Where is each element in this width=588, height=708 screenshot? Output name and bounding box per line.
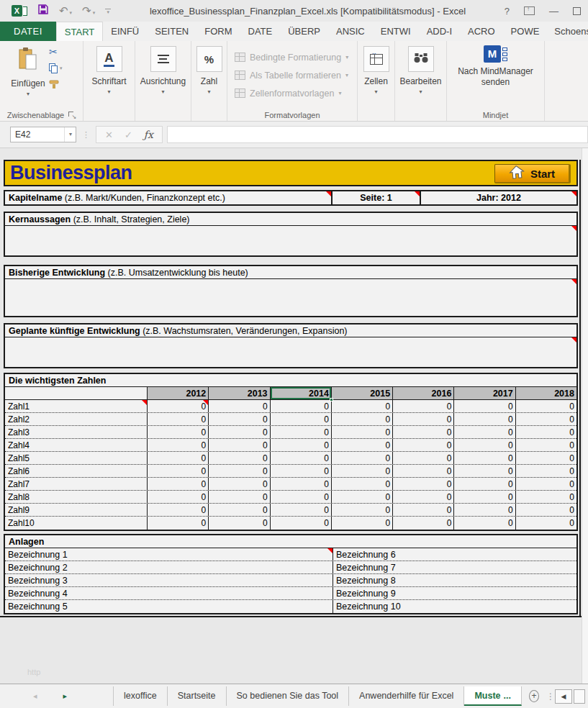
year-header-cell[interactable]: 2015 xyxy=(331,387,392,399)
zahlen-value-cell[interactable]: 0 xyxy=(208,478,269,490)
zahlen-value-cell[interactable]: 0 xyxy=(147,426,208,438)
anlagen-cell[interactable]: Bezeichnung 2 xyxy=(5,561,333,573)
zahlen-value-cell[interactable]: 0 xyxy=(392,439,453,451)
zahlen-value-cell[interactable]: 0 xyxy=(147,465,208,477)
ribbon-tab-entwi[interactable]: ENTWI xyxy=(373,22,419,41)
ribbon-display-options-icon[interactable] xyxy=(524,6,535,15)
anlagen-cell[interactable]: Bezeichnung 10 xyxy=(333,600,576,613)
zahlen-value-cell[interactable]: 0 xyxy=(208,400,269,412)
zahlen-value-cell[interactable]: 0 xyxy=(392,491,453,503)
save-icon[interactable] xyxy=(37,4,49,18)
name-box[interactable]: E42 ▾ xyxy=(10,127,76,142)
dialog-launcher-icon[interactable] xyxy=(68,112,76,119)
sheet-nav-prev-icon[interactable]: ◂ xyxy=(29,691,42,701)
zahlen-value-cell[interactable]: 0 xyxy=(515,452,576,464)
section-input-cell[interactable] xyxy=(5,279,576,317)
sheet-tab-active[interactable]: Muste... xyxy=(464,686,522,706)
zahlen-value-cell[interactable]: 0 xyxy=(270,413,331,425)
zahlen-value-cell[interactable]: 0 xyxy=(331,426,392,438)
paste-button[interactable]: Einfügen ▾ xyxy=(7,41,49,121)
confirm-entry-icon[interactable]: ✓ xyxy=(125,130,132,140)
ribbon-tab-start[interactable]: START xyxy=(56,22,103,41)
zahlen-value-cell[interactable]: 0 xyxy=(270,504,331,516)
conditional-formatting-button[interactable]: Bedingte Formatierung▾ xyxy=(235,48,357,66)
zahlen-value-cell[interactable]: 0 xyxy=(453,517,515,530)
zahlen-value-cell[interactable]: 0 xyxy=(208,465,269,477)
zahlen-value-cell[interactable]: 0 xyxy=(453,452,515,464)
insert-function-icon[interactable]: ƒx xyxy=(144,129,153,140)
tab-datei[interactable]: DATEI xyxy=(0,22,56,41)
editing-button[interactable]: Bearbeiten ▾ xyxy=(395,41,446,95)
zahlen-value-cell[interactable]: 0 xyxy=(515,465,576,477)
zahlen-row-label-cell[interactable]: Zahl4 xyxy=(5,439,147,451)
hscroll-thumb[interactable] xyxy=(574,689,585,704)
zahlen-value-cell[interactable]: 0 xyxy=(392,478,453,490)
cell-styles-button[interactable]: Zellenformatvorlagen▾ xyxy=(235,84,357,102)
zahlen-value-cell[interactable]: 0 xyxy=(453,400,515,412)
year-header-cell[interactable]: 2013 xyxy=(208,387,269,399)
send-to-mindmanager-button[interactable]: M Nach MindManager senden xyxy=(447,41,544,88)
zahlen-value-cell[interactable]: 0 xyxy=(392,504,453,516)
customize-qat-button[interactable]: ▾ xyxy=(105,9,111,14)
zahlen-row-label-cell[interactable]: Zahl3 xyxy=(5,426,147,438)
anlagen-cell[interactable]: Bezeichnung 7 xyxy=(333,561,576,573)
year-header-cell[interactable]: 2014 xyxy=(270,387,331,399)
seite-cell[interactable]: Seite: 1 xyxy=(331,191,420,204)
zahlen-value-cell[interactable]: 0 xyxy=(453,439,515,451)
zahlen-value-cell[interactable]: 0 xyxy=(208,517,269,530)
zahlen-value-cell[interactable]: 0 xyxy=(515,517,576,530)
zahlen-value-cell[interactable]: 0 xyxy=(392,413,453,425)
zahlen-value-cell[interactable]: 0 xyxy=(147,478,208,490)
zahlen-value-cell[interactable]: 0 xyxy=(147,491,208,503)
zahlen-value-cell[interactable]: 0 xyxy=(331,504,392,516)
zahlen-value-cell[interactable]: 0 xyxy=(270,517,331,530)
ribbon-tab-seiten[interactable]: SEITEN xyxy=(147,22,196,41)
zahlen-value-cell[interactable]: 0 xyxy=(453,413,515,425)
number-format-button[interactable]: % Zahl ▾ xyxy=(191,41,227,95)
zahlen-value-cell[interactable]: 0 xyxy=(453,491,515,503)
zahlen-value-cell[interactable]: 0 xyxy=(147,452,208,464)
zahlen-value-cell[interactable]: 0 xyxy=(453,478,515,490)
hscroll-left-icon[interactable]: ◀ xyxy=(555,689,572,704)
cut-icon[interactable]: ✂ xyxy=(49,47,63,58)
zahlen-value-cell[interactable]: 0 xyxy=(270,426,331,438)
zahlen-value-cell[interactable]: 0 xyxy=(270,465,331,477)
section-input-cell[interactable] xyxy=(5,226,576,256)
fill-handle[interactable] xyxy=(330,398,333,401)
zahlen-row-label-cell[interactable]: Zahl10 xyxy=(5,517,147,530)
jahr-cell[interactable]: Jahr: 2012 xyxy=(420,191,576,204)
zahlen-value-cell[interactable]: 0 xyxy=(147,517,208,530)
anlagen-cell[interactable]: Bezeichnung 5 xyxy=(5,600,333,613)
zahlen-value-cell[interactable]: 0 xyxy=(331,478,392,490)
start-button[interactable]: Start xyxy=(494,164,571,183)
ribbon-tab-date[interactable]: DATE xyxy=(240,22,281,41)
ribbon-tab-ansic[interactable]: ANSIC xyxy=(328,22,373,41)
zahlen-value-cell[interactable]: 0 xyxy=(331,491,392,503)
zahlen-value-cell[interactable]: 0 xyxy=(515,413,576,425)
help-icon[interactable]: ? xyxy=(505,6,510,16)
ribbon-tab-powe[interactable]: POWE xyxy=(503,22,548,41)
new-sheet-icon[interactable]: + xyxy=(529,690,539,702)
zahlen-value-cell[interactable]: 0 xyxy=(270,452,331,464)
kapitelname-cell[interactable]: Kapitelname (z.B. Markt/Kunden, Finanzko… xyxy=(5,191,331,204)
year-header-cell[interactable]: 2012 xyxy=(147,387,208,399)
zahlen-value-cell[interactable]: 0 xyxy=(331,452,392,464)
year-header-cell[interactable]: 2016 xyxy=(392,387,453,399)
zahlen-value-cell[interactable]: 0 xyxy=(392,452,453,464)
zahlen-value-cell[interactable]: 0 xyxy=(331,465,392,477)
zahlen-value-cell[interactable]: 0 xyxy=(270,439,331,451)
zahlen-value-cell[interactable]: 0 xyxy=(331,439,392,451)
cancel-entry-icon[interactable]: ✕ xyxy=(105,130,113,140)
zahlen-value-cell[interactable]: 0 xyxy=(453,465,515,477)
formula-input[interactable] xyxy=(167,126,588,143)
zahlen-corner-cell[interactable] xyxy=(5,387,147,399)
zahlen-row-label-cell[interactable]: Zahl8 xyxy=(5,491,147,503)
zahlen-value-cell[interactable]: 0 xyxy=(208,426,269,438)
sheet-tab-lexoffice[interactable]: lexoffice xyxy=(114,686,168,706)
zahlen-value-cell[interactable]: 0 xyxy=(453,426,515,438)
vertical-scrollbar[interactable] xyxy=(582,148,588,684)
anlagen-cell[interactable]: Bezeichnung 3 xyxy=(5,574,333,586)
zahlen-value-cell[interactable]: 0 xyxy=(147,504,208,516)
anlagen-cell[interactable]: Bezeichnung 1 xyxy=(5,548,333,560)
anlagen-cell[interactable]: Bezeichnung 9 xyxy=(333,587,576,599)
